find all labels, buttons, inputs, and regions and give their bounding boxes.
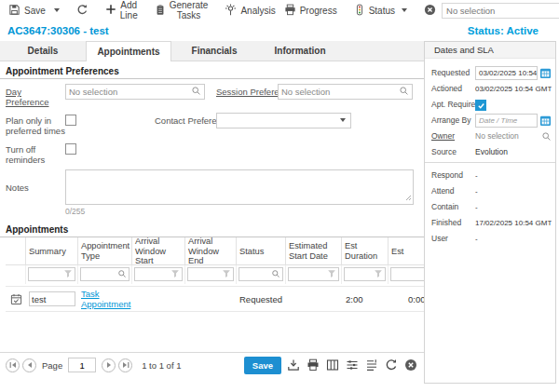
apt-required-checkbox[interactable] (475, 100, 486, 111)
close-record-button[interactable] (421, 2, 439, 20)
appointments-grid: Summary Appointment Type Arrival Window … (6, 237, 424, 352)
tab-appointments[interactable]: Appointments (86, 41, 171, 61)
day-preference-link[interactable]: Day Preference (6, 84, 65, 108)
session-preference-link[interactable]: Session Preference (216, 84, 278, 97)
plus-icon (105, 4, 116, 17)
search-icon[interactable] (399, 86, 409, 98)
row-calendar-check-icon[interactable] (6, 293, 26, 305)
print-icon[interactable] (306, 358, 320, 372)
next-page-button[interactable] (102, 358, 116, 372)
sla-row-finished: Finished 17/02/2025 10:54 GMT (425, 215, 555, 230)
owner-link[interactable]: Owner (431, 131, 475, 141)
export-icon[interactable] (286, 358, 301, 372)
plan-only-checkbox[interactable] (65, 115, 76, 126)
save-button[interactable]: Save (6, 2, 48, 20)
turn-off-reminders-checkbox[interactable] (65, 143, 76, 155)
appointment-row[interactable]: Task Appointment Requested 2:00 0:00 (6, 286, 424, 312)
generate-tasks-button[interactable]: Generate Tasks (152, 0, 211, 22)
calendar-icon[interactable] (539, 115, 552, 127)
sla-row-apt-required: Apt. Required (425, 97, 555, 112)
notes-field (65, 169, 414, 205)
page-number-input[interactable] (68, 358, 96, 372)
traffic-light-icon (354, 4, 365, 18)
previous-page-button[interactable] (22, 358, 36, 372)
grid-header-est-clipped[interactable]: Est (389, 237, 424, 265)
contact-preference-select[interactable] (216, 113, 351, 128)
grid-header-arrival-window-end[interactable]: Arrival Window End (185, 237, 237, 265)
filter-appointment-type[interactable] (80, 267, 130, 281)
column-chooser-icon[interactable] (325, 358, 340, 372)
tab-financials[interactable]: Financials (171, 41, 257, 61)
search-icon[interactable] (271, 269, 280, 280)
notes-textarea[interactable] (65, 169, 414, 205)
analysis-lamp-icon (225, 4, 237, 18)
add-line-button[interactable]: Add Line (102, 0, 141, 22)
contain-value: - (475, 203, 552, 211)
analysis-button[interactable]: Analysis (222, 2, 278, 20)
tab-details[interactable]: Details (0, 41, 86, 61)
filter-est-duration[interactable] (344, 267, 386, 281)
day-preference-input[interactable] (69, 87, 191, 97)
tab-information[interactable]: Information (257, 41, 343, 61)
session-preference-field (278, 84, 413, 100)
grid-header-status[interactable]: Status (237, 237, 286, 265)
toolbar: Save Add Line Generate Tasks Analysis Pr… (0, 0, 559, 20)
filter-arrival-window-end[interactable] (187, 267, 234, 281)
contact-preference-label: Contact Preference (155, 113, 216, 126)
chevron-down-icon (54, 8, 60, 12)
tab-label: Details (28, 46, 59, 56)
filter-status[interactable] (239, 267, 283, 281)
status-button[interactable]: Status (351, 2, 410, 20)
group-panel-icon[interactable] (364, 358, 379, 372)
arrange-by-field[interactable]: Date / Time (475, 114, 538, 128)
sla-row-respond: Respond - (425, 168, 555, 182)
grid-header-summary[interactable]: Summary (26, 237, 78, 265)
funnel-icon[interactable] (63, 269, 73, 280)
grid-header-estimated-start-date[interactable]: Estimated Start Date (286, 237, 342, 265)
progress-button[interactable]: Progress (281, 2, 340, 20)
sla-row-arrange-by: Arrange By Date / Time (425, 113, 555, 128)
grid-header-arrival-window-start[interactable]: Arrival Window Start (132, 237, 185, 265)
filter-est-clipped[interactable] (390, 267, 424, 281)
calendar-icon[interactable] (539, 67, 552, 79)
last-page-button[interactable] (118, 358, 132, 372)
filter-settings-icon[interactable] (345, 358, 360, 372)
arrange-by-label: Arrange By (431, 115, 475, 125)
funnel-icon[interactable] (170, 269, 180, 280)
respond-value: - (475, 171, 552, 180)
global-search-input[interactable] (446, 6, 559, 16)
grid-save-button[interactable]: Save (244, 357, 281, 374)
main-area: Details Appointments Financials Informat… (0, 41, 559, 392)
close-grid-icon[interactable] (403, 358, 418, 372)
appointment-type-link[interactable]: Task Appointment (81, 289, 130, 310)
printer-icon (284, 4, 296, 18)
session-preference-input[interactable] (281, 87, 399, 97)
search-icon[interactable] (541, 131, 552, 142)
search-icon[interactable] (117, 269, 127, 280)
filter-arrival-window-start[interactable] (134, 267, 183, 281)
save-dropdown-button[interactable] (51, 7, 62, 14)
filter-summary[interactable] (28, 267, 75, 281)
sla-row-user: User - (425, 231, 555, 246)
resize-handle-icon[interactable] (405, 193, 412, 203)
grid-header-est-duration[interactable]: Est Duration (342, 237, 389, 265)
notes-label: Notes (6, 169, 65, 193)
row-summary-input[interactable] (29, 291, 75, 306)
tab-label: Financials (192, 46, 238, 56)
sla-row-actioned: Actioned 03/02/2025 10:54 GMT (425, 81, 555, 96)
user-label: User (431, 234, 475, 243)
chevron-down-icon (402, 8, 407, 12)
owner-value: No selection (475, 131, 539, 141)
funnel-icon[interactable] (327, 269, 336, 280)
filter-estimated-start-date[interactable] (288, 267, 339, 281)
first-page-button[interactable] (6, 358, 20, 372)
appointments-tab-content: Appointment Preferences Day Preference S… (0, 61, 424, 392)
funnel-icon[interactable] (374, 269, 383, 280)
refresh-grid-icon[interactable] (384, 358, 399, 372)
requested-date-field[interactable]: 03/02/2025 10:54 GMT (475, 66, 538, 80)
grid-header-appointment-type[interactable]: Appointment Type (78, 237, 132, 265)
search-icon[interactable] (191, 86, 201, 98)
refresh-button[interactable] (74, 2, 91, 20)
day-preference-field (65, 84, 205, 100)
funnel-icon[interactable] (222, 269, 231, 280)
